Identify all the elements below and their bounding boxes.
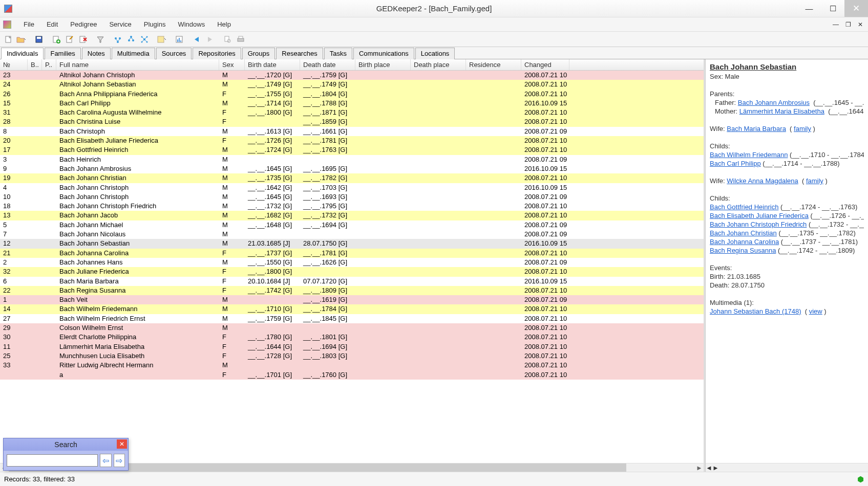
column-header[interactable]: № xyxy=(0,59,28,70)
child-link[interactable]: Bach Wilhelm Friedemann xyxy=(710,151,788,159)
minimize-button[interactable]: — xyxy=(797,0,821,17)
print-preview-icon[interactable] xyxy=(221,33,234,46)
scroll-left-icon[interactable]: ◄ xyxy=(706,464,712,472)
table-row[interactable]: 17Bach Gottfried HeinrichM__.__.1724 [G]… xyxy=(0,145,704,154)
tree-descendants-icon[interactable] xyxy=(125,33,137,46)
tab-groups[interactable]: Groups xyxy=(242,48,276,59)
table-row[interactable]: 10Bach Johann ChristophM__.__.1645 [G]__… xyxy=(0,192,704,202)
table-row[interactable]: 11Lämmerhirt Maria ElisabethaF__.__.1644… xyxy=(0,342,704,351)
menu-plugins[interactable]: Plugins xyxy=(138,18,172,30)
tab-tasks[interactable]: Tasks xyxy=(324,48,352,59)
close-button[interactable]: ✕ xyxy=(844,0,868,17)
mother-link[interactable]: Lämmerhirt Maria Elisabetha xyxy=(739,107,824,115)
scroll-right-icon[interactable]: ► xyxy=(695,463,704,472)
child-link[interactable]: Bach Johanna Carolina xyxy=(710,238,779,246)
child-link[interactable]: Bach Johann Christian xyxy=(710,229,777,237)
tab-repositories[interactable]: Repositories xyxy=(193,48,241,59)
menu-pedigree[interactable]: Pedigree xyxy=(64,18,103,30)
table-row[interactable]: 18Bach Johann Christoph FriedrichM__.__.… xyxy=(0,202,704,211)
menu-file[interactable]: File xyxy=(17,18,40,30)
child-link[interactable]: Bach Regina Susanna xyxy=(710,247,776,254)
table-row[interactable]: 25Munchhusen Lucia ElisabethF__.__.1728 … xyxy=(0,351,704,361)
column-header[interactable]: Sex xyxy=(219,59,245,70)
mdi-close-button[interactable]: ✕ xyxy=(855,20,866,29)
column-header[interactable]: Death date xyxy=(300,59,355,70)
filter-icon[interactable] xyxy=(94,33,107,46)
child-link[interactable]: Bach Gottfried Heinrich xyxy=(710,203,778,211)
search-prev-button[interactable]: ⇦ xyxy=(100,454,112,467)
wife1-link[interactable]: Bach Maria Barbara xyxy=(727,125,786,132)
table-row[interactable]: 30Elerdt Charlotte PhilippinaF__.__.1780… xyxy=(0,333,704,342)
menu-edit[interactable]: Edit xyxy=(40,18,64,30)
table-row[interactable]: 7Bach Johann NicolausM2008.07.21 09 xyxy=(0,230,704,239)
table-row[interactable]: 12Bach Johann SebastianM21.03.1685 [J]28… xyxy=(0,239,704,248)
column-header[interactable]: B.. xyxy=(28,59,42,70)
column-header[interactable]: Residence xyxy=(466,59,521,70)
delete-record-icon[interactable] xyxy=(77,33,89,46)
mdi-restore-button[interactable]: ❐ xyxy=(842,20,854,29)
table-row[interactable]: 22Bach Regina SusannaF__.__.1742 [G]__._… xyxy=(0,286,704,295)
table-row[interactable]: 23Altnikol Johann ChristophM__.__.1720 [… xyxy=(0,71,704,80)
add-record-icon[interactable] xyxy=(50,33,62,46)
table-row[interactable]: 1Bach VeitM__.__.1619 [G]2008.07.21 09 xyxy=(0,295,704,304)
table-row[interactable]: 19Bach Johann ChristianM__.__.1735 [G]__… xyxy=(0,173,704,183)
child-link[interactable]: Bach Elisabeth Juliane Friederica xyxy=(710,212,809,219)
column-header[interactable]: Changed xyxy=(521,59,569,70)
table-row[interactable]: 15Bach Carl PhilippM__.__.1714 [G]__.__.… xyxy=(0,99,704,108)
table-row[interactable]: 14Bach Wilhelm FriedemannM__.__.1710 [G]… xyxy=(0,304,704,314)
wife2-link[interactable]: Wilcke Anna Magdalena xyxy=(727,177,798,185)
table-row[interactable]: 32Bach Juliane FriedericaF__.__.1800 [G]… xyxy=(0,267,704,276)
family2-link[interactable]: family xyxy=(806,177,823,185)
table-row[interactable]: 9Bach Johann AmbrosiusM__.__.1645 [G]__.… xyxy=(0,164,704,173)
table-row[interactable]: 29Colson Wilhelm ErnstM2008.07.21 10 xyxy=(0,323,704,333)
tree-both-icon[interactable] xyxy=(138,33,151,46)
column-header[interactable]: Birth place xyxy=(355,59,411,70)
view-link[interactable]: view xyxy=(809,307,822,315)
tree-ancestors-icon[interactable] xyxy=(112,33,124,46)
column-header[interactable]: Death place xyxy=(411,59,466,70)
stats-icon[interactable] xyxy=(173,33,185,46)
open-file-icon[interactable] xyxy=(15,33,28,46)
sidebar-scrollbar[interactable]: ◄ ► xyxy=(706,463,868,472)
tab-multimedia[interactable]: Multimedia xyxy=(112,48,155,59)
menu-help[interactable]: Help xyxy=(211,18,237,30)
table-row[interactable]: 13Bach Johann JacobM__.__.1682 [G]__.__.… xyxy=(0,211,704,220)
table-row[interactable]: 3Bach HeinrichM2008.07.21 09 xyxy=(0,155,704,164)
tab-families[interactable]: Families xyxy=(45,48,80,59)
tab-notes[interactable]: Notes xyxy=(82,48,111,59)
new-file-icon[interactable] xyxy=(2,33,14,46)
tab-researches[interactable]: Researches xyxy=(276,48,323,59)
menu-windows[interactable]: Windows xyxy=(172,18,211,30)
menu-service[interactable]: Service xyxy=(103,18,137,30)
table-row[interactable]: 21Bach Johanna CarolinaF__.__.1737 [G]__… xyxy=(0,249,704,258)
table-row[interactable]: 4Bach Johann ChristophM__.__.1642 [G]__.… xyxy=(0,183,704,192)
family1-link[interactable]: family xyxy=(794,125,811,132)
mdi-minimize-button[interactable]: — xyxy=(830,20,841,29)
tab-communications[interactable]: Communications xyxy=(353,48,414,59)
search-next-button[interactable]: ⇨ xyxy=(114,454,125,467)
column-header[interactable]: Birth date xyxy=(245,59,300,70)
nav-back-icon[interactable] xyxy=(190,33,203,46)
multimedia-link[interactable]: Johann Sebastian Bach (1748) xyxy=(710,307,801,315)
table-row[interactable]: aF__.__.1701 [G]__.__.1760 [G]2008.07.21… xyxy=(0,370,704,380)
scroll-right-icon[interactable]: ► xyxy=(712,464,719,472)
search-close-button[interactable]: ✕ xyxy=(117,439,127,449)
print-icon[interactable] xyxy=(235,33,247,46)
tab-individuals[interactable]: Individuals xyxy=(1,48,44,59)
nav-forward-icon[interactable] xyxy=(204,33,216,46)
table-row[interactable]: 8Bach ChristophM__.__.1613 [G]__.__.1661… xyxy=(0,127,704,136)
table-row[interactable]: 24Altnikol Johann SebastianM__.__.1749 [… xyxy=(0,80,704,89)
table-row[interactable]: 2Bach Johannes HansM__.__.1550 [G]__.__.… xyxy=(0,258,704,267)
table-row[interactable]: 5Bach Johann MichaelM__.__.1648 [G]__.__… xyxy=(0,220,704,230)
table-row[interactable]: 20Bach Elisabeth Juliane FriedericaF__._… xyxy=(0,136,704,145)
table-row[interactable]: 6Bach Maria BarbaraF20.10.1684 [J]07.07.… xyxy=(0,277,704,286)
child-link[interactable]: Bach Johann Christoph Friedrich xyxy=(710,220,807,228)
maximize-button[interactable]: ☐ xyxy=(821,0,844,17)
column-header[interactable]: Full name xyxy=(56,59,219,70)
child-link[interactable]: Bach Carl Philipp xyxy=(710,160,761,167)
table-row[interactable]: 26Bach Anna Philippiana FriedericaF__.__… xyxy=(0,90,704,99)
pedigree-icon[interactable] xyxy=(156,33,168,46)
father-link[interactable]: Bach Johann Ambrosius xyxy=(738,99,810,106)
search-input[interactable] xyxy=(7,454,98,467)
column-header[interactable]: P.. xyxy=(42,59,56,70)
